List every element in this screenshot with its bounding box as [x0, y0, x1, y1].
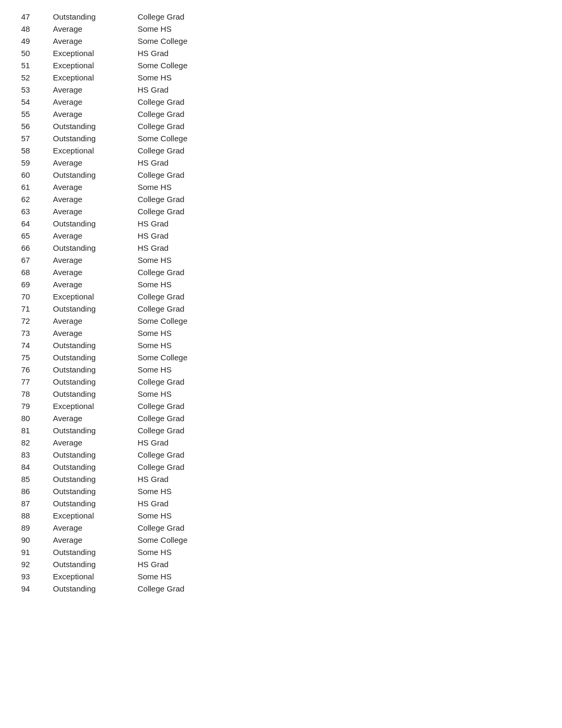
table-row: 82AverageHS Grad [21, 436, 541, 449]
row-rating: Average [53, 414, 138, 423]
row-number: 89 [21, 523, 53, 532]
row-number: 52 [21, 73, 53, 82]
row-number: 85 [21, 475, 53, 484]
row-number: 62 [21, 195, 53, 204]
table-row: 62AverageCollege Grad [21, 193, 541, 205]
table-row: 53AverageHS Grad [21, 84, 541, 96]
row-education: HS Grad [138, 219, 243, 228]
table-row: 55AverageCollege Grad [21, 108, 541, 120]
table-row: 86OutstandingSome HS [21, 485, 541, 497]
table-row: 61AverageSome HS [21, 181, 541, 193]
row-rating: Outstanding [53, 548, 138, 557]
row-rating: Average [53, 195, 138, 204]
row-education: College Grad [138, 426, 243, 435]
row-number: 47 [21, 12, 53, 21]
table-row: 84OutstandingCollege Grad [21, 461, 541, 473]
row-education: College Grad [138, 304, 243, 313]
row-education: Some College [138, 353, 243, 362]
table-row: 87OutstandingHS Grad [21, 497, 541, 509]
row-education: College Grad [138, 97, 243, 106]
row-education: HS Grad [138, 243, 243, 252]
row-education: College Grad [138, 377, 243, 386]
row-number: 59 [21, 158, 53, 167]
row-number: 56 [21, 122, 53, 131]
row-education: College Grad [138, 268, 243, 277]
row-rating: Exceptional [53, 49, 138, 58]
row-education: Some HS [138, 365, 243, 374]
row-education: Some College [138, 37, 243, 46]
row-number: 86 [21, 487, 53, 496]
row-rating: Outstanding [53, 170, 138, 179]
row-number: 92 [21, 560, 53, 569]
row-education: College Grad [138, 146, 243, 155]
row-rating: Exceptional [53, 61, 138, 70]
row-rating: Average [53, 207, 138, 216]
row-number: 64 [21, 219, 53, 228]
row-number: 60 [21, 170, 53, 179]
table-row: 49AverageSome College [21, 35, 541, 47]
row-rating: Outstanding [53, 377, 138, 386]
row-education: College Grad [138, 292, 243, 301]
row-education: Some HS [138, 73, 243, 82]
row-number: 91 [21, 548, 53, 557]
row-number: 57 [21, 134, 53, 143]
table-row: 58ExceptionalCollege Grad [21, 144, 541, 157]
row-number: 54 [21, 97, 53, 106]
row-number: 75 [21, 353, 53, 362]
row-number: 76 [21, 365, 53, 374]
row-rating: Outstanding [53, 353, 138, 362]
row-rating: Outstanding [53, 475, 138, 484]
row-number: 48 [21, 24, 53, 33]
row-rating: Outstanding [53, 450, 138, 459]
row-number: 55 [21, 110, 53, 119]
table-row: 52ExceptionalSome HS [21, 71, 541, 84]
row-rating: Outstanding [53, 12, 138, 21]
row-number: 93 [21, 572, 53, 581]
row-education: Some College [138, 61, 243, 70]
table-row: 66OutstandingHS Grad [21, 242, 541, 254]
row-education: Some HS [138, 329, 243, 338]
row-education: HS Grad [138, 158, 243, 167]
row-number: 73 [21, 329, 53, 338]
row-rating: Average [53, 535, 138, 544]
table-row: 93ExceptionalSome HS [21, 570, 541, 583]
row-number: 66 [21, 243, 53, 252]
row-number: 51 [21, 61, 53, 70]
row-rating: Average [53, 438, 138, 447]
table-row: 83OutstandingCollege Grad [21, 449, 541, 461]
row-education: Some HS [138, 256, 243, 265]
table-row: 60OutstandingCollege Grad [21, 169, 541, 181]
row-education: College Grad [138, 207, 243, 216]
row-education: HS Grad [138, 475, 243, 484]
row-education: Some HS [138, 572, 243, 581]
table-row: 73AverageSome HS [21, 327, 541, 339]
table-row: 90AverageSome College [21, 534, 541, 546]
row-rating: Outstanding [53, 462, 138, 471]
row-education: College Grad [138, 195, 243, 204]
row-rating: Outstanding [53, 219, 138, 228]
row-number: 81 [21, 426, 53, 435]
row-education: College Grad [138, 523, 243, 532]
row-education: College Grad [138, 584, 243, 593]
row-number: 65 [21, 231, 53, 240]
row-number: 82 [21, 438, 53, 447]
row-rating: Average [53, 256, 138, 265]
row-rating: Average [53, 24, 138, 33]
row-number: 63 [21, 207, 53, 216]
row-rating: Outstanding [53, 365, 138, 374]
row-rating: Outstanding [53, 389, 138, 398]
row-rating: Exceptional [53, 73, 138, 82]
table-row: 68AverageCollege Grad [21, 266, 541, 278]
row-number: 80 [21, 414, 53, 423]
row-number: 74 [21, 341, 53, 350]
row-education: HS Grad [138, 231, 243, 240]
row-education: College Grad [138, 450, 243, 459]
table-row: 51ExceptionalSome College [21, 59, 541, 71]
row-rating: Outstanding [53, 134, 138, 143]
row-rating: Average [53, 523, 138, 532]
table-row: 50ExceptionalHS Grad [21, 47, 541, 59]
row-education: HS Grad [138, 560, 243, 569]
table-row: 81OutstandingCollege Grad [21, 424, 541, 436]
table-row: 85OutstandingHS Grad [21, 473, 541, 485]
row-education: Some HS [138, 487, 243, 496]
